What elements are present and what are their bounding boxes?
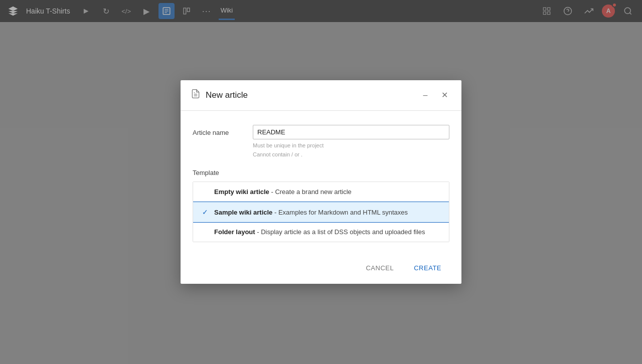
template-label: Template — [193, 169, 449, 176]
dialog-footer: CANCEL CREATE — [181, 252, 461, 284]
new-article-dialog: New article – ✕ Article name Must be uni… — [181, 80, 461, 284]
article-name-field-row: Article name Must be unique in the proje… — [193, 125, 449, 159]
dialog-title: New article — [206, 90, 413, 100]
article-name-input[interactable] — [253, 125, 449, 139]
article-name-hint: Must be unique in the project Cannot con… — [253, 141, 449, 159]
article-icon — [191, 89, 201, 101]
template-option-empty[interactable]: Empty wiki article - Create a brand new … — [193, 182, 449, 202]
template-option-folder[interactable]: Folder layout - Display article as a lis… — [193, 222, 449, 242]
template-section: Template Empty wiki article - Create a b… — [193, 169, 449, 242]
template-sample-text: Sample wiki article - Examples for Markd… — [214, 209, 408, 216]
dialog-body: Article name Must be unique in the proje… — [181, 111, 461, 252]
close-button[interactable]: ✕ — [437, 88, 451, 102]
dialog-header: New article – ✕ — [181, 80, 461, 111]
create-button[interactable]: CREATE — [406, 260, 449, 276]
cancel-button[interactable]: CANCEL — [358, 260, 402, 276]
sample-checkmark: ✓ — [201, 208, 209, 216]
modal-overlay: New article – ✕ Article name Must be uni… — [0, 0, 642, 364]
minimize-button[interactable]: – — [418, 88, 432, 102]
template-options: Empty wiki article - Create a brand new … — [193, 181, 449, 242]
article-name-label: Article name — [193, 125, 243, 136]
article-name-right: Must be unique in the project Cannot con… — [253, 125, 449, 159]
template-option-sample[interactable]: ✓ Sample wiki article - Examples for Mar… — [193, 202, 449, 223]
template-empty-text: Empty wiki article - Create a brand new … — [214, 188, 352, 196]
template-folder-text: Folder layout - Display article as a lis… — [214, 228, 425, 236]
